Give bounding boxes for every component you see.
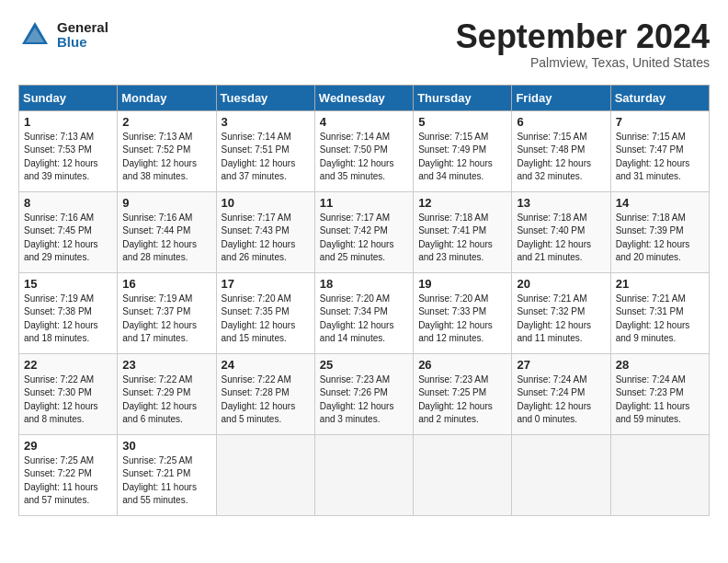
weekday-header-row: SundayMondayTuesdayWednesdayThursdayFrid… xyxy=(19,85,710,110)
day-info: Sunrise: 7:15 AMSunset: 7:48 PMDaylight:… xyxy=(517,132,591,182)
calendar-cell: 20Sunrise: 7:21 AMSunset: 7:32 PMDayligh… xyxy=(512,272,610,353)
day-info: Sunrise: 7:14 AMSunset: 7:50 PMDaylight:… xyxy=(320,132,394,182)
day-number: 9 xyxy=(122,196,210,210)
weekday-header-monday: Monday xyxy=(118,85,216,110)
calendar-week-row: 15Sunrise: 7:19 AMSunset: 7:38 PMDayligh… xyxy=(19,272,710,353)
day-number: 17 xyxy=(222,277,310,291)
weekday-header-thursday: Thursday xyxy=(414,85,512,110)
calendar-cell: 24Sunrise: 7:22 AMSunset: 7:28 PMDayligh… xyxy=(216,353,314,434)
calendar-cell: 23Sunrise: 7:22 AMSunset: 7:29 PMDayligh… xyxy=(118,353,216,434)
day-info: Sunrise: 7:18 AMSunset: 7:41 PMDaylight:… xyxy=(418,213,493,263)
day-number: 23 xyxy=(122,358,210,372)
day-number: 29 xyxy=(24,439,112,453)
day-info: Sunrise: 7:16 AMSunset: 7:44 PMDaylight:… xyxy=(122,213,197,263)
day-number: 7 xyxy=(616,115,704,129)
day-info: Sunrise: 7:22 AMSunset: 7:28 PMDaylight:… xyxy=(222,374,296,425)
calendar-week-row: 8Sunrise: 7:16 AMSunset: 7:45 PMDaylight… xyxy=(19,191,710,272)
day-number: 14 xyxy=(616,196,704,210)
calendar-cell: 18Sunrise: 7:20 AMSunset: 7:34 PMDayligh… xyxy=(314,272,413,353)
calendar-cell: 5Sunrise: 7:15 AMSunset: 7:49 PMDaylight… xyxy=(414,110,512,191)
day-number: 8 xyxy=(24,196,112,210)
day-number: 12 xyxy=(418,196,506,210)
calendar-cell xyxy=(512,434,610,515)
calendar-cell: 11Sunrise: 7:17 AMSunset: 7:42 PMDayligh… xyxy=(314,191,413,272)
calendar-cell: 6Sunrise: 7:15 AMSunset: 7:48 PMDaylight… xyxy=(512,110,610,191)
calendar-cell: 8Sunrise: 7:16 AMSunset: 7:45 PMDaylight… xyxy=(19,191,118,272)
day-number: 19 xyxy=(418,277,506,291)
day-info: Sunrise: 7:23 AMSunset: 7:26 PMDaylight:… xyxy=(320,374,394,425)
calendar-week-row: 29Sunrise: 7:25 AMSunset: 7:22 PMDayligh… xyxy=(19,434,710,515)
month-title: September 2024 xyxy=(456,18,710,55)
calendar-cell: 30Sunrise: 7:25 AMSunset: 7:21 PMDayligh… xyxy=(118,434,216,515)
calendar-cell xyxy=(414,434,512,515)
day-info: Sunrise: 7:13 AMSunset: 7:52 PMDaylight:… xyxy=(122,132,197,182)
day-info: Sunrise: 7:20 AMSunset: 7:34 PMDaylight:… xyxy=(320,293,394,344)
calendar-cell xyxy=(216,434,314,515)
calendar-cell: 4Sunrise: 7:14 AMSunset: 7:50 PMDaylight… xyxy=(314,110,413,191)
day-number: 30 xyxy=(122,439,210,453)
day-info: Sunrise: 7:19 AMSunset: 7:38 PMDaylight:… xyxy=(24,293,98,344)
day-number: 28 xyxy=(616,358,704,372)
day-info: Sunrise: 7:17 AMSunset: 7:43 PMDaylight:… xyxy=(222,213,296,263)
day-info: Sunrise: 7:14 AMSunset: 7:51 PMDaylight:… xyxy=(222,132,296,182)
day-number: 26 xyxy=(418,358,506,372)
day-number: 15 xyxy=(24,277,112,291)
day-info: Sunrise: 7:25 AMSunset: 7:21 PMDaylight:… xyxy=(122,455,197,506)
day-number: 27 xyxy=(517,358,605,372)
weekday-header-wednesday: Wednesday xyxy=(314,85,413,110)
day-info: Sunrise: 7:15 AMSunset: 7:49 PMDaylight:… xyxy=(418,132,493,182)
calendar-cell: 21Sunrise: 7:21 AMSunset: 7:31 PMDayligh… xyxy=(610,272,709,353)
calendar-cell: 26Sunrise: 7:23 AMSunset: 7:25 PMDayligh… xyxy=(414,353,512,434)
weekday-header-sunday: Sunday xyxy=(19,85,118,110)
calendar-cell: 2Sunrise: 7:13 AMSunset: 7:52 PMDaylight… xyxy=(118,110,216,191)
day-number: 22 xyxy=(24,358,112,372)
day-info: Sunrise: 7:25 AMSunset: 7:22 PMDaylight:… xyxy=(24,455,98,506)
weekday-header-tuesday: Tuesday xyxy=(216,85,314,110)
day-info: Sunrise: 7:21 AMSunset: 7:32 PMDaylight:… xyxy=(517,293,591,344)
day-info: Sunrise: 7:19 AMSunset: 7:37 PMDaylight:… xyxy=(122,293,197,344)
calendar-cell: 12Sunrise: 7:18 AMSunset: 7:41 PMDayligh… xyxy=(414,191,512,272)
calendar-cell: 29Sunrise: 7:25 AMSunset: 7:22 PMDayligh… xyxy=(19,434,118,515)
logo: General Blue xyxy=(18,18,108,52)
calendar-cell: 7Sunrise: 7:15 AMSunset: 7:47 PMDaylight… xyxy=(610,110,709,191)
calendar-cell: 27Sunrise: 7:24 AMSunset: 7:24 PMDayligh… xyxy=(512,353,610,434)
day-info: Sunrise: 7:16 AMSunset: 7:45 PMDaylight:… xyxy=(24,213,98,263)
day-number: 13 xyxy=(517,196,605,210)
logo-blue: Blue xyxy=(57,35,108,51)
calendar-week-row: 22Sunrise: 7:22 AMSunset: 7:30 PMDayligh… xyxy=(19,353,710,434)
location: Palmview, Texas, United States xyxy=(456,55,710,70)
page-header: General Blue September 2024 Palmview, Te… xyxy=(18,18,710,70)
day-number: 18 xyxy=(320,277,408,291)
logo-general: General xyxy=(57,20,108,36)
calendar-cell: 3Sunrise: 7:14 AMSunset: 7:51 PMDaylight… xyxy=(216,110,314,191)
day-number: 10 xyxy=(222,196,310,210)
logo-icon xyxy=(18,18,51,52)
day-info: Sunrise: 7:15 AMSunset: 7:47 PMDaylight:… xyxy=(616,132,690,182)
calendar-week-row: 1Sunrise: 7:13 AMSunset: 7:53 PMDaylight… xyxy=(19,110,710,191)
day-info: Sunrise: 7:24 AMSunset: 7:23 PMDaylight:… xyxy=(616,374,690,425)
day-info: Sunrise: 7:18 AMSunset: 7:40 PMDaylight:… xyxy=(517,213,591,263)
calendar-cell: 1Sunrise: 7:13 AMSunset: 7:53 PMDaylight… xyxy=(19,110,118,191)
day-number: 24 xyxy=(222,358,310,372)
day-info: Sunrise: 7:22 AMSunset: 7:29 PMDaylight:… xyxy=(122,374,197,425)
calendar-cell: 28Sunrise: 7:24 AMSunset: 7:23 PMDayligh… xyxy=(610,353,709,434)
day-number: 3 xyxy=(222,115,310,129)
calendar-table: SundayMondayTuesdayWednesdayThursdayFrid… xyxy=(18,85,710,516)
day-info: Sunrise: 7:13 AMSunset: 7:53 PMDaylight:… xyxy=(24,132,98,182)
day-number: 4 xyxy=(320,115,408,129)
calendar-cell xyxy=(610,434,709,515)
calendar-cell: 22Sunrise: 7:22 AMSunset: 7:30 PMDayligh… xyxy=(19,353,118,434)
calendar-cell: 15Sunrise: 7:19 AMSunset: 7:38 PMDayligh… xyxy=(19,272,118,353)
calendar-cell: 16Sunrise: 7:19 AMSunset: 7:37 PMDayligh… xyxy=(118,272,216,353)
day-number: 2 xyxy=(122,115,210,129)
day-number: 21 xyxy=(616,277,704,291)
calendar-cell: 10Sunrise: 7:17 AMSunset: 7:43 PMDayligh… xyxy=(216,191,314,272)
logo-text: General Blue xyxy=(57,20,108,51)
calendar-cell: 14Sunrise: 7:18 AMSunset: 7:39 PMDayligh… xyxy=(610,191,709,272)
day-number: 5 xyxy=(418,115,506,129)
day-info: Sunrise: 7:21 AMSunset: 7:31 PMDaylight:… xyxy=(616,293,690,344)
day-info: Sunrise: 7:17 AMSunset: 7:42 PMDaylight:… xyxy=(320,213,394,263)
calendar-cell xyxy=(314,434,413,515)
day-number: 11 xyxy=(320,196,408,210)
calendar-cell: 13Sunrise: 7:18 AMSunset: 7:40 PMDayligh… xyxy=(512,191,610,272)
